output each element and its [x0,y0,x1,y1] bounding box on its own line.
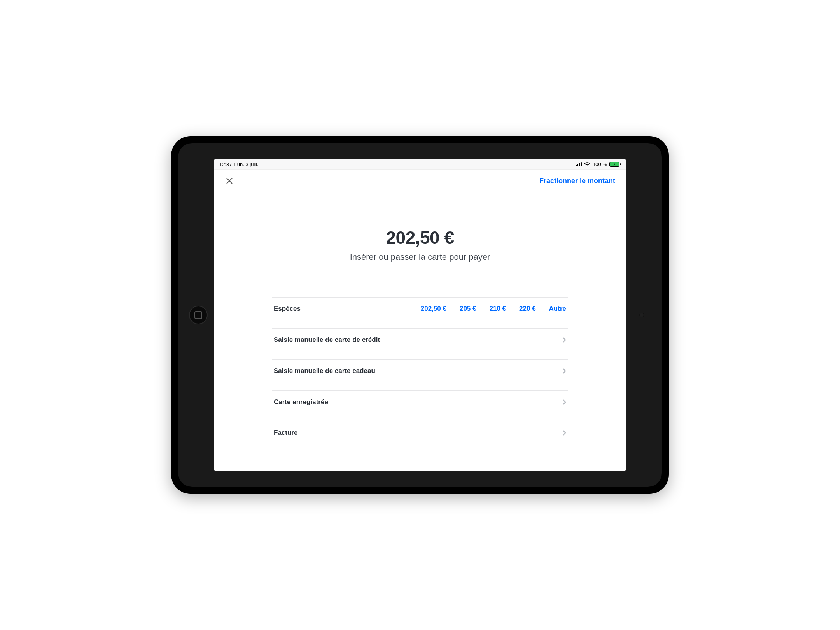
cash-amount-2[interactable]: 210 € [490,305,506,313]
spacer [272,382,568,390]
battery-percent: 100 % [593,161,607,167]
status-time: 12:37 [219,161,232,167]
option-manual-gift-card[interactable]: Saisie manuelle de carte cadeau [272,359,568,382]
tablet-frame: 12:37 Lun. 3 juill. 100 % ⚡︎ [171,136,669,494]
tablet-bezel: 12:37 Lun. 3 juill. 100 % ⚡︎ [178,143,662,487]
screen: 12:37 Lun. 3 juill. 100 % ⚡︎ [214,159,626,471]
option-label: Saisie manuelle de carte de crédit [274,336,380,344]
option-label: Carte enregistrée [274,398,328,406]
payment-instruction: Insérer ou passer la carte pour payer [350,252,490,262]
cash-amount-3[interactable]: 220 € [519,305,536,313]
cash-amount-0[interactable]: 202,50 € [421,305,446,313]
payment-options-list: Espèces 202,50 € 205 € 210 € 220 € Autre… [272,297,568,444]
option-manual-credit-card[interactable]: Saisie manuelle de carte de crédit [272,328,568,351]
status-bar: 12:37 Lun. 3 juill. 100 % ⚡︎ [214,159,626,170]
main-content: 202,50 € Insérer ou passer la carte pour… [214,192,626,471]
home-button[interactable] [189,306,208,324]
option-invoice[interactable]: Facture [272,422,568,444]
cash-row: Espèces 202,50 € 205 € 210 € 220 € Autre [272,297,568,320]
cash-amounts: 202,50 € 205 € 210 € 220 € Autre [421,305,566,313]
cash-label: Espèces [274,305,301,313]
close-icon[interactable] [225,176,234,186]
spacer [272,413,568,422]
chevron-right-icon [562,430,566,436]
cash-amount-1[interactable]: 205 € [460,305,476,313]
option-label: Saisie manuelle de carte cadeau [274,367,375,375]
chevron-right-icon [562,399,566,405]
spacer [272,320,568,328]
split-amount-button[interactable]: Fractionner le montant [539,177,615,185]
status-right: 100 % ⚡︎ [576,161,621,167]
option-saved-card[interactable]: Carte enregistrée [272,390,568,413]
status-date: Lun. 3 juill. [234,161,259,167]
front-camera [639,313,644,317]
wifi-icon [584,162,590,167]
battery-icon: ⚡︎ [609,162,621,167]
total-amount: 202,50 € [386,227,454,248]
spacer [272,351,568,359]
chevron-right-icon [562,337,566,343]
status-left: 12:37 Lun. 3 juill. [219,161,259,167]
cellular-signal-icon [576,162,582,166]
chevron-right-icon [562,368,566,374]
cash-amount-other[interactable]: Autre [549,305,566,313]
app-header: Fractionner le montant [214,170,626,192]
option-label: Facture [274,429,298,437]
